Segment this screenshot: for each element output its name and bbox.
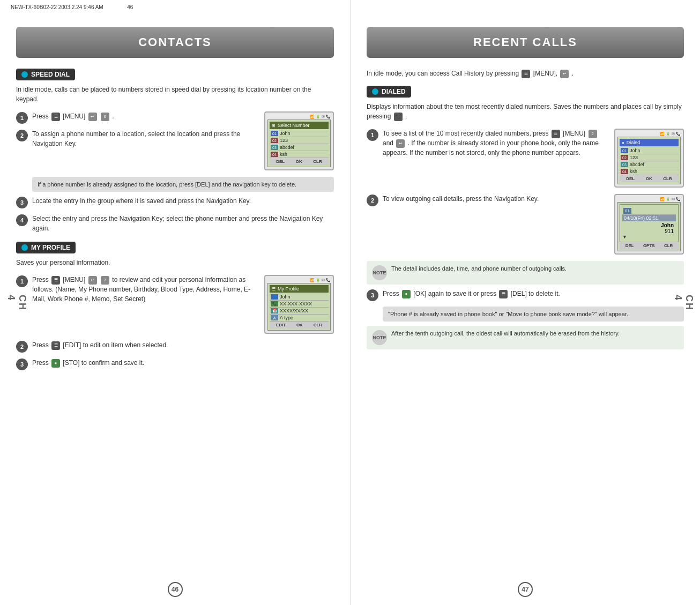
page-number-left: 46 — [168, 582, 183, 597]
phone-mockup-select: 📶🔋✉📞 ⊞ Select Number 01 John 02 123 03 a — [264, 111, 334, 170]
section-title-contacts: CONTACTS — [16, 27, 334, 58]
right-page: CH4 RECENT CALLS In idle mode, you can a… — [350, 0, 700, 605]
note-icon-2: NOTE — [372, 330, 387, 345]
step-2-content: To assign a phone number to a location, … — [32, 129, 259, 148]
step-num-2: 2 — [16, 130, 28, 141]
menu-icon-2: ☰ — [51, 276, 60, 285]
ok-icon-3: ● — [402, 290, 411, 298]
profile-step-num-1: 1 — [16, 275, 28, 287]
dialed-icon-1: 01 — [621, 148, 628, 153]
profile-step-num-2: 2 — [16, 341, 28, 353]
detail-arrow: ▼ — [622, 234, 676, 240]
dialed-step-1: 1 To see a list of the 10 most recently … — [367, 129, 609, 158]
profile-row-type: A A type — [270, 315, 329, 322]
phone-status-dialed: 📶🔋✉📞 — [617, 132, 681, 136]
dialed-step-num-2: 2 — [367, 195, 378, 206]
phone-mockup-myprofile: 📶🔋✉📞 ☰ My Profile 👤 John 📞 XX-XXX-XXXX 📅 — [264, 275, 334, 334]
phone-row-123-1: 02 123 — [270, 137, 329, 144]
menu-icon-rc: ☰ — [522, 70, 530, 78]
quote-box: "Phone # is already saved in phone book"… — [383, 307, 684, 322]
phone-title-dialed: ● Dialed — [620, 139, 679, 146]
row-icon-red2: 04 — [271, 152, 278, 157]
note-icon-1: NOTE — [372, 265, 387, 280]
left-page: NEW-TX-60B02-22 2003.2.24 9:46 AM 46 CH4… — [0, 0, 350, 605]
profile-step-2-content: Press ☰ [EDIT] to edit on item when sele… — [32, 340, 334, 350]
dialed-step-3-content: Press ● [OK] again to save it or press ☰… — [383, 289, 684, 298]
del-icon-3: ☰ — [499, 290, 508, 298]
speed-dial-step1-container: 1 Press ☰ [MENU] ↩ 6 . 2 To assign a pho… — [16, 111, 334, 170]
nav-icon-1: ↩ — [88, 113, 97, 121]
menu-icon-d1: ☰ — [552, 130, 560, 138]
phone-screen-myprofile: ☰ My Profile 👤 John 📞 XX-XXX-XXXX 📅 XXXX… — [267, 283, 331, 331]
phone-screen-dialed: ● Dialed 01 John 02 123 03 abcdef 04 k — [617, 137, 681, 184]
dialed-step-2: 2 To view outgoing call details, press t… — [367, 194, 609, 206]
phone-mockup-detail: 📶🔋✉📞 01 04/10(Fri) 02:51 John 911 ▼ DEL … — [614, 194, 684, 255]
phone-status-icons: 📶🔋✉📞 — [267, 115, 331, 119]
note-text-1: The detail includes date, time, and phon… — [391, 265, 567, 272]
step-4-content: Select the entry and press the Navigatio… — [32, 214, 334, 233]
two-icon-d1: 2 — [589, 130, 597, 138]
my-profile-steps: 1 Press ☰ [MENU] ↩ 7 to review and edit … — [16, 275, 259, 309]
recent-calls-intro: In idle mode, you can access Call Histor… — [367, 69, 684, 78]
dialed-step-1-content: To see a list of the 10 most recently di… — [383, 129, 609, 158]
step-num-1: 1 — [16, 112, 28, 124]
phone-row-abc1: 03 abcdef — [270, 144, 329, 151]
phone-mockup-dialed: 📶🔋✉📞 ● Dialed 01 John 02 123 03 abcdef — [614, 129, 684, 188]
dialed-row-abc: 03 abcdef — [620, 161, 679, 168]
detail-date: 04/10(Fri) 02:51 — [622, 215, 676, 221]
step-1: 1 Press ☰ [MENU] ↩ 6 . — [16, 111, 259, 124]
dialed-step-num-1: 1 — [367, 129, 378, 141]
section-title-recent: RECENT CALLS — [367, 27, 684, 58]
my-profile-step1-container: 1 Press ☰ [MENU] ↩ 7 to review and edit … — [16, 275, 334, 334]
doc-ref: NEW-TX-60B02-22 2003.2.24 9:46 AM — [11, 4, 103, 10]
phone-buttons-myprofile: EDIT OK CLR — [270, 322, 329, 328]
detail-number: 911 — [622, 228, 676, 234]
dialed-icon-4: 04 — [621, 169, 628, 174]
row-icon-blue1: 01 — [271, 131, 278, 136]
step-3-content: Locate the entry in the group where it i… — [32, 196, 334, 206]
profile-step-3: 3 Press ● [STO] to confirm and save it. — [16, 358, 334, 370]
step-1-content: Press ☰ [MENU] ↩ 6 . — [32, 111, 259, 121]
detail-icon-row: 01 — [622, 207, 676, 215]
dialed-row-ksh: 04 ksh — [620, 168, 679, 175]
step-2: 2 To assign a phone number to a location… — [16, 129, 259, 148]
dialed-row-123: 02 123 — [620, 154, 679, 161]
six-icon: 6 — [101, 113, 109, 121]
profile-icon-john: 👤 — [271, 294, 278, 300]
profile-icon-type: A — [271, 315, 278, 320]
page-ref-meta: 46 — [127, 4, 133, 10]
profile-row-john: 👤 John — [270, 294, 329, 301]
profile-icon-phone: 📞 — [271, 301, 278, 307]
dialed-step-3: 3 Press ● [OK] again to save it or press… — [367, 289, 684, 301]
phone-buttons-select: DEL OK CLR — [270, 158, 329, 165]
phone-row-john1: 01 John — [270, 130, 329, 137]
phone-buttons-dialed: DEL OK CLR — [620, 175, 679, 182]
speed-dial-info-box: If a phone number is already assigned to… — [32, 177, 334, 192]
note-box-2: NOTE After the tenth outgoing call, the … — [367, 326, 684, 349]
detail-name: John — [622, 222, 676, 228]
meta-bar: NEW-TX-60B02-22 2003.2.24 9:46 AM 46 — [11, 4, 133, 10]
profile-step-1-content: Press ☰ [MENU] ↩ 7 to review and edit yo… — [32, 275, 259, 304]
detail-call-icon: 01 — [623, 208, 631, 214]
chapter-left: CH4 — [5, 295, 28, 311]
row-icon-red1: 02 — [271, 138, 278, 143]
dialed-label: DIALED — [367, 86, 411, 98]
row-icon-teal1: 03 — [271, 145, 278, 150]
dialed-intro: Displays information about the ten most … — [367, 102, 684, 121]
profile-icon-date: 📅 — [271, 308, 278, 313]
chapter-right: CH4 — [672, 295, 695, 311]
dialed-step-2-content: To view outgoing call details, press the… — [383, 194, 609, 204]
nav-icon-rc: ↩ — [560, 70, 569, 78]
nav-icon-2: ↩ — [88, 276, 97, 285]
phone-buttons-detail: DEL OPTS CLR — [620, 242, 679, 249]
speed-dial-intro: In idle mode, calls can be placed to num… — [16, 85, 334, 104]
seven-icon: 7 — [101, 276, 109, 285]
phone-row-ksh1: 04 ksh — [270, 151, 329, 158]
phone-screen-select: ⊞ Select Number 01 John 02 123 03 abcdef… — [267, 119, 331, 167]
phone-status-detail: 📶🔋✉📞 — [617, 197, 681, 201]
dialed-icon-2: 02 — [621, 155, 628, 160]
dialed-step1-container: 1 To see a list of the 10 most recently … — [367, 129, 684, 188]
my-profile-label: MY PROFILE — [16, 242, 76, 253]
call-icon-dialed: 📞 — [394, 113, 403, 121]
my-profile-intro: Saves your personal information. — [16, 258, 334, 267]
